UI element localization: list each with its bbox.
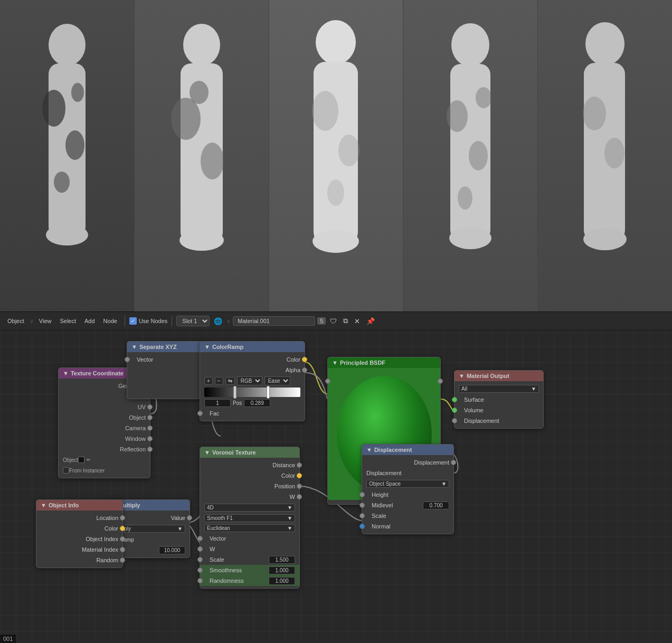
oi-location-socket[interactable] <box>120 515 125 521</box>
mannequin-panel-2 <box>135 0 269 311</box>
cr-ease-select[interactable]: Ease <box>264 376 290 385</box>
pb-input-socket-1[interactable] <box>325 379 330 384</box>
d-scale-socket[interactable] <box>359 513 365 518</box>
oi-obj-index-socket[interactable] <box>120 536 125 542</box>
vt-scale-value[interactable]: 1.500 <box>269 556 295 564</box>
tc-reflection-socket[interactable] <box>147 447 153 452</box>
vt-randomness-value[interactable]: 1.000 <box>269 577 295 585</box>
material-output-node: ▼ Material Output All ▼ Surface Volume D… <box>454 370 544 429</box>
mo-volume-row: Volume <box>455 405 543 415</box>
vt-w-out-socket[interactable] <box>297 494 302 499</box>
cr-color-socket[interactable] <box>302 357 307 362</box>
sep-vector-in-socket[interactable] <box>125 357 130 362</box>
cr-alpha-socket[interactable] <box>302 367 307 373</box>
material-name-input[interactable]: Material.001 <box>233 316 315 326</box>
d-midlevel-socket[interactable] <box>359 503 365 508</box>
cr-remove-btn[interactable]: − <box>215 377 223 385</box>
vt-distance-row: Distance <box>200 460 299 470</box>
vt-smoothness-row: Smoothness 1.000 <box>200 565 299 575</box>
vt-scale-socket[interactable] <box>197 557 203 562</box>
use-nodes-toggle[interactable]: ✓ Use Nodes <box>129 317 167 325</box>
d-arrow: ▼ <box>366 447 372 453</box>
tc-object-edit-icon[interactable]: ✏ <box>87 457 91 462</box>
mul-value-out-socket[interactable] <box>187 515 192 521</box>
add-menu-btn[interactable]: Add <box>81 316 98 326</box>
cr-fac-socket[interactable] <box>197 411 203 416</box>
cr-color-label: Color <box>287 356 300 363</box>
mo-all-dropdown[interactable]: All ▼ <box>459 385 539 393</box>
oi-mat-index-row: Material Index <box>36 544 122 555</box>
tc-window-socket[interactable] <box>147 436 153 441</box>
cr-pos-label: Pos <box>233 400 242 406</box>
object-menu-btn[interactable]: Object <box>4 316 27 326</box>
tc-uv-socket[interactable] <box>147 404 153 410</box>
vt-vector-in-socket[interactable] <box>197 536 203 541</box>
separate-xyz-title: Separate XYZ <box>139 344 177 350</box>
pin-icon-btn[interactable]: 📌 <box>364 316 377 326</box>
vt-smoothness-value[interactable]: 1.000 <box>269 566 295 574</box>
vt-randomness-socket[interactable] <box>197 578 203 583</box>
svg-point-5 <box>54 172 70 193</box>
disp-header[interactable]: ▼ Displacement <box>362 445 453 455</box>
voronoi-title: Voronoi Texture <box>212 449 256 456</box>
close-icon-btn[interactable]: ✕ <box>352 316 362 326</box>
svg-point-4 <box>65 130 84 160</box>
cr-stop-index[interactable]: 1 <box>204 399 231 407</box>
cr-gradient-bar[interactable] <box>204 387 300 397</box>
vt-w-in-socket[interactable] <box>197 546 203 552</box>
mo-surface-socket[interactable] <box>452 397 457 402</box>
node-editor[interactable]: ▼ Texture Coordinate Generated Normal UV… <box>0 330 672 643</box>
d-scale-row: Scale <box>362 510 453 521</box>
cr-stop-2[interactable] <box>267 386 270 399</box>
shield-icon-btn[interactable]: 🛡 <box>328 316 339 326</box>
principled-header[interactable]: ▼ Principled BSDF <box>328 357 440 368</box>
cr-stop-1[interactable] <box>233 386 236 399</box>
cr-rgb-select[interactable]: RGB <box>237 376 262 385</box>
d-normal-socket[interactable] <box>359 524 365 529</box>
svg-point-9 <box>179 230 224 251</box>
mo-dropdown-wrap: All ▼ <box>455 383 543 394</box>
pb-output-socket[interactable] <box>438 379 443 384</box>
view-menu-btn[interactable]: View <box>36 316 55 326</box>
d-height-socket[interactable] <box>359 492 365 497</box>
oi-random-socket[interactable] <box>120 557 125 563</box>
mat-out-header[interactable]: ▼ Material Output <box>455 371 543 381</box>
tc-from-instancer-checkbox[interactable] <box>63 467 69 474</box>
copy-icon-btn[interactable]: ⧉ <box>341 316 350 326</box>
vt-metric-dropdown[interactable]: Euclidean ▼ <box>204 524 295 532</box>
vt-4d-dropdown[interactable]: 4D ▼ <box>204 504 295 512</box>
voronoi-header[interactable]: ▼ Voronoi Texture <box>200 447 299 458</box>
vt-vector-in-row: Vector <box>200 533 299 544</box>
object-info-header[interactable]: ▼ Object Info <box>36 500 122 510</box>
vt-distance-socket[interactable] <box>297 462 302 468</box>
oi-mat-index-socket[interactable] <box>120 547 125 552</box>
slot-select[interactable]: Slot 1 <box>176 316 210 326</box>
vt-smooth-dropdown[interactable]: Smooth F1 ▼ <box>204 514 295 522</box>
tc-camera-socket[interactable] <box>147 425 153 431</box>
svg-point-17 <box>338 135 359 166</box>
color-ramp-header[interactable]: ▼ ColorRamp <box>200 342 305 352</box>
vt-color-socket[interactable] <box>297 473 302 478</box>
d-space-dropdown[interactable]: Object Space ▼ <box>366 480 449 488</box>
vt-smoothness-socket[interactable] <box>197 568 203 573</box>
use-nodes-checkbox[interactable]: ✓ <box>129 317 137 325</box>
cr-pos-value[interactable]: 0.289 <box>244 399 270 407</box>
mo-displacement-socket[interactable] <box>452 418 457 423</box>
oi-color-socket[interactable] <box>120 526 125 531</box>
svg-point-28 <box>583 228 627 250</box>
sphere-icon-btn[interactable]: 🌐 <box>212 316 224 326</box>
node-menu-btn[interactable]: Node <box>100 316 120 326</box>
tc-window-label: Window <box>63 436 146 442</box>
cr-add-btn[interactable]: + <box>204 377 213 385</box>
d-midlevel-value[interactable]: 0.700 <box>423 502 449 509</box>
cr-flip-btn[interactable]: ⇆ <box>225 377 235 385</box>
mul-value-field[interactable]: 10.000 <box>159 546 185 554</box>
vt-position-socket[interactable] <box>297 484 302 489</box>
tc-object-socket[interactable] <box>147 415 153 420</box>
mo-all-label: All <box>461 386 467 392</box>
select-menu-btn[interactable]: Select <box>56 316 79 326</box>
separate-xyz-header[interactable]: ▼ Separate XYZ <box>127 342 211 352</box>
d-disp-out-socket[interactable] <box>451 460 456 465</box>
mo-volume-socket[interactable] <box>452 408 457 413</box>
viewport-area <box>0 0 672 311</box>
